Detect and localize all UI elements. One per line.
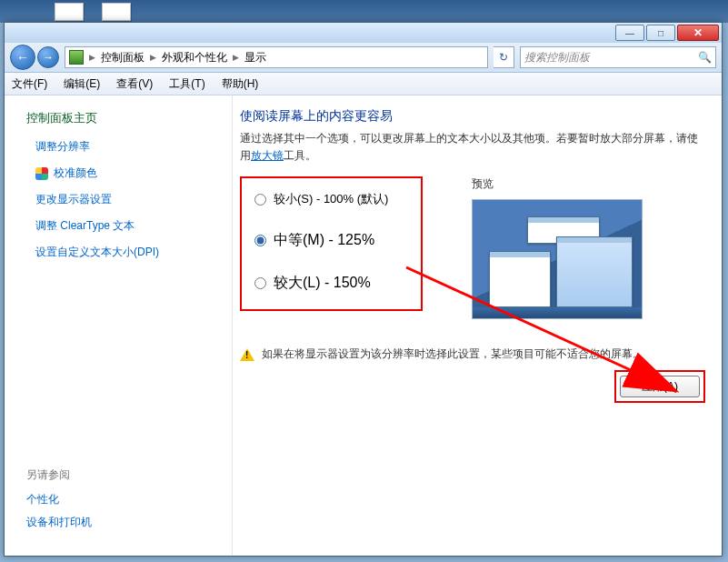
radio-150-label: 较大(L) - 150% <box>274 274 371 293</box>
radio-125-input[interactable] <box>254 235 266 246</box>
see-also-devices-printers[interactable]: 设备和打印机 <box>26 515 219 530</box>
sidebar-link-cleartype[interactable]: 调整 ClearType 文本 <box>35 218 219 234</box>
chevron-right-icon: ▶ <box>150 53 156 62</box>
background-taskbar <box>0 0 728 23</box>
sidebar-link-display-settings[interactable]: 更改显示器设置 <box>35 192 219 207</box>
radio-125[interactable]: 中等(M) - 125% <box>254 231 388 250</box>
radio-125-label: 中等(M) - 125% <box>274 231 374 250</box>
menu-help[interactable]: 帮助(H) <box>222 76 259 92</box>
control-panel-icon <box>69 50 84 65</box>
search-input[interactable]: 搜索控制面板 🔍 <box>520 46 716 68</box>
apply-button[interactable]: 应用(A) <box>620 376 700 397</box>
menu-bar: 文件(F) 编辑(E) 查看(V) 工具(T) 帮助(H) <box>5 73 722 95</box>
page-title: 使阅读屏幕上的内容更容易 <box>240 108 705 125</box>
preview-window-icon <box>489 251 551 307</box>
radio-150-input[interactable] <box>254 277 266 289</box>
preview-window-icon <box>556 236 633 307</box>
preview-image <box>472 199 643 319</box>
menu-edit[interactable]: 编辑(E) <box>64 76 100 92</box>
chevron-right-icon: ▶ <box>233 53 239 62</box>
see-also-heading: 另请参阅 <box>26 467 219 483</box>
address-bar[interactable]: ▶ 控制面板 ▶ 外观和个性化 ▶ 显示 <box>65 46 488 68</box>
sidebar: 控制面板主页 调整分辨率 校准颜色 更改显示器设置 调整 ClearType 文… <box>5 95 233 556</box>
crumb-level1[interactable]: 外观和个性化 <box>162 50 227 65</box>
nav-back-button[interactable]: ← <box>10 45 35 70</box>
refresh-button[interactable]: ↻ <box>494 46 514 68</box>
bg-app-icon-2 <box>102 3 131 21</box>
main-content: 使阅读屏幕上的内容更容易 通过选择其中一个选项，可以更改屏幕上的文本大小以及其他… <box>233 95 722 556</box>
window-minimize[interactable]: — <box>615 25 644 41</box>
dpi-radio-group: 较小(S) - 100% (默认) 中等(M) - 125% 较大(L) - 1… <box>240 176 423 311</box>
warning-icon <box>240 348 254 361</box>
radio-100[interactable]: 较小(S) - 100% (默认) <box>254 191 388 207</box>
sidebar-link-calibrate-color[interactable]: 校准颜色 <box>54 166 97 181</box>
page-desc: 通过选择其中一个选项，可以更改屏幕上的文本大小以及其他项。若要暂时放大部分屏幕，… <box>240 130 705 164</box>
chevron-right-icon: ▶ <box>89 53 95 62</box>
bg-app-icon-1 <box>55 3 84 21</box>
radio-150[interactable]: 较大(L) - 150% <box>254 274 388 293</box>
see-also-section: 另请参阅 个性化 设备和打印机 <box>26 467 219 545</box>
see-also-personalization[interactable]: 个性化 <box>26 492 219 507</box>
sidebar-link-resolution[interactable]: 调整分辨率 <box>35 139 219 155</box>
nav-forward-button[interactable]: → <box>37 46 59 68</box>
crumb-root[interactable]: 控制面板 <box>101 50 145 65</box>
control-panel-window: — □ ✕ ← → ▶ 控制面板 ▶ 外观和个性化 ▶ 显示 ↻ 搜索控制面板 … <box>4 22 723 557</box>
crumb-level2[interactable]: 显示 <box>244 50 266 65</box>
desc-suffix: 工具。 <box>284 149 316 162</box>
menu-tools[interactable]: 工具(T) <box>169 76 204 92</box>
window-titlebar: — □ ✕ <box>5 23 722 43</box>
search-placeholder: 搜索控制面板 <box>524 50 590 65</box>
preview-taskbar-icon <box>473 307 642 318</box>
warning-text: 如果在将显示器设置为该分辨率时选择此设置，某些项目可能不适合您的屏幕。 <box>262 346 643 362</box>
preview-label: 预览 <box>472 176 643 192</box>
search-icon: 🔍 <box>698 51 712 64</box>
radio-100-label: 较小(S) - 100% (默认) <box>274 191 388 207</box>
radio-100-input[interactable] <box>254 194 266 206</box>
control-panel-home-link[interactable]: 控制面板主页 <box>26 110 219 126</box>
sidebar-link-custom-dpi[interactable]: 设置自定义文本大小(DPI) <box>35 245 219 260</box>
menu-file[interactable]: 文件(F) <box>12 76 47 92</box>
window-maximize[interactable]: □ <box>646 25 675 41</box>
magnifier-link[interactable]: 放大镜 <box>251 149 284 162</box>
menu-view[interactable]: 查看(V) <box>116 76 153 92</box>
explorer-navbar: ← → ▶ 控制面板 ▶ 外观和个性化 ▶ 显示 ↻ 搜索控制面板 🔍 <box>5 43 722 73</box>
window-close[interactable]: ✕ <box>677 25 719 41</box>
shield-icon <box>35 167 48 180</box>
apply-highlight-box: 应用(A) <box>614 370 705 403</box>
